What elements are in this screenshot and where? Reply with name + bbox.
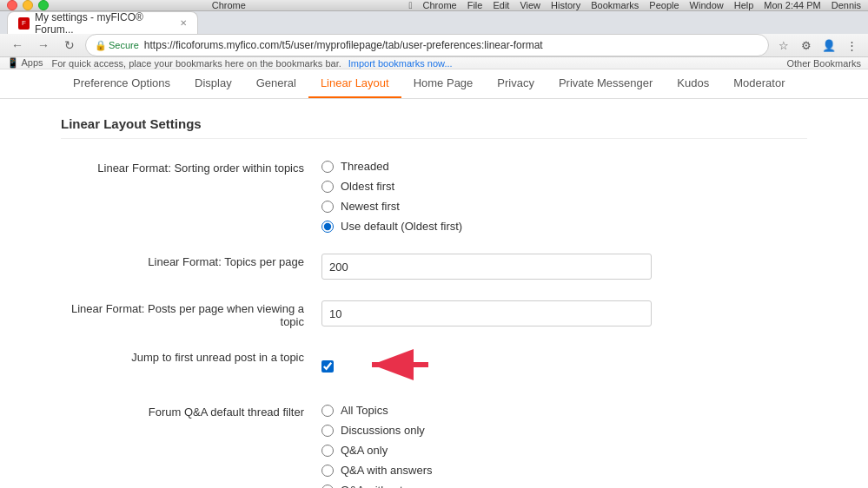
posts-per-page-row: Linear Format: Posts per page when viewi… — [61, 300, 807, 328]
page-wrapper: Chrome  Chrome File Edit View History B… — [0, 0, 868, 488]
radio-all-topics-label: All Topics — [341, 404, 388, 417]
topics-per-page-input[interactable] — [321, 254, 652, 280]
radio-qa-no-answers-label: Q&A without answers — [341, 484, 448, 488]
chrome-menu-item[interactable]: Chrome — [423, 0, 457, 10]
tab-close-button[interactable]: ✕ — [180, 18, 187, 28]
star-icon[interactable]: ☆ — [774, 36, 793, 55]
active-tab[interactable]: F My settings - myFICO® Forum... ✕ — [7, 11, 198, 34]
radio-all-topics[interactable]: All Topics — [321, 404, 807, 417]
radio-threaded[interactable]: Threaded — [321, 160, 807, 173]
tab-favicon: F — [18, 17, 30, 30]
close-window-button[interactable] — [7, 0, 17, 10]
address-bar[interactable]: 🔒 Secure https://ficoforums.myfico.com/t… — [85, 34, 769, 56]
tab-moderator[interactable]: Moderator — [721, 69, 797, 98]
red-arrow-svg — [354, 349, 433, 380]
maximize-window-button[interactable] — [38, 0, 49, 10]
jump-unread-label: Jump to first unread post in a topic — [61, 349, 304, 364]
radio-qa-only-label: Q&A only — [341, 444, 388, 457]
radio-qa-answers-label: Q&A with answers — [341, 464, 433, 477]
tab-preference-options[interactable]: Preference Options — [61, 69, 182, 98]
arrow-annotation — [354, 349, 433, 383]
file-menu-item[interactable]: File — [467, 0, 483, 10]
bookmarks-hint: For quick access, place your bookmarks h… — [52, 58, 341, 69]
radio-discussions-label: Discussions only — [341, 424, 425, 437]
history-menu-item[interactable]: History — [551, 0, 580, 10]
secure-label: Secure — [109, 40, 139, 50]
minimize-window-button[interactable] — [23, 0, 33, 10]
user-account-icon[interactable]: 👤 — [819, 36, 838, 55]
radio-newest-first[interactable]: Newest first — [321, 200, 807, 213]
menu-icon[interactable]: ⋮ — [842, 36, 861, 55]
radio-newest-input[interactable] — [321, 201, 334, 213]
forward-button[interactable]: → — [33, 35, 54, 56]
radio-discussions-only[interactable]: Discussions only — [321, 424, 807, 437]
radio-threaded-input[interactable] — [321, 161, 334, 173]
tab-kudos[interactable]: Kudos — [665, 69, 721, 98]
sorting-order-label: Linear Format: Sorting order within topi… — [61, 160, 304, 175]
radio-qa-only-input[interactable] — [321, 445, 334, 457]
radio-newest-label: Newest first — [341, 200, 400, 213]
bookmarks-menu-item[interactable]: Bookmarks — [591, 0, 639, 10]
tab-bar: F My settings - myFICO® Forum... ✕ — [0, 11, 868, 34]
section-title: Linear Layout Settings — [61, 116, 807, 139]
nav-tabs: Preference Options Display General Linea… — [0, 69, 868, 99]
posts-per-page-input[interactable] — [321, 300, 652, 326]
content-area: Linear Layout Settings Linear Format: So… — [0, 99, 868, 488]
bookmarks-bar: 📱 Apps For quick access, place your book… — [0, 57, 868, 69]
window-menu-item[interactable]: Window — [690, 0, 724, 10]
window-title: Chrome — [49, 0, 409, 10]
sorting-order-control: Threaded Oldest first Newest first Use d… — [321, 160, 807, 233]
topics-per-page-label: Linear Format: Topics per page — [61, 254, 304, 268]
tab-home-page[interactable]: Home Page — [401, 69, 486, 98]
tab-privacy[interactable]: Privacy — [485, 69, 547, 98]
url-text: https://ficoforums.myfico.com/t5/user/my… — [144, 39, 759, 51]
tab-display[interactable]: Display — [182, 69, 244, 98]
apps-label: 📱 Apps — [7, 57, 43, 69]
topics-per-page-row: Linear Format: Topics per page — [61, 254, 807, 280]
back-button[interactable]: ← — [7, 35, 28, 56]
radio-use-default[interactable]: Use default (Oldest first) — [321, 220, 807, 233]
help-menu-item[interactable]: Help — [734, 0, 754, 10]
radio-discussions-input[interactable] — [321, 425, 334, 437]
title-bar: Chrome  Chrome File Edit View History B… — [0, 0, 868, 11]
tab-private-messenger[interactable]: Private Messenger — [547, 69, 665, 98]
radio-qa-answers-input[interactable] — [321, 465, 334, 477]
posts-per-page-label: Linear Format: Posts per page when viewi… — [61, 300, 304, 328]
tab-title: My settings - myFICO® Forum... — [35, 11, 175, 36]
extensions-icon[interactable]: ⚙ — [797, 36, 816, 55]
forum-qa-row: Forum Q&A default thread filter All Topi… — [61, 404, 807, 488]
posts-per-page-control — [321, 300, 807, 326]
menu-bar:  Chrome File Edit View History Bookmark… — [409, 0, 861, 10]
chrome-toolbar: ← → ↻ 🔒 Secure https://ficoforums.myfico… — [0, 34, 868, 57]
toolbar-icons: ☆ ⚙ 👤 ⋮ — [774, 36, 861, 55]
topics-per-page-control — [321, 254, 807, 280]
tab-general[interactable]: General — [244, 69, 308, 98]
radio-default-input[interactable] — [321, 221, 334, 233]
radio-all-topics-input[interactable] — [321, 405, 334, 417]
radio-default-label: Use default (Oldest first) — [341, 220, 462, 233]
import-bookmarks-link[interactable]: Import bookmarks now... — [348, 58, 453, 69]
radio-oldest-label: Oldest first — [341, 180, 394, 193]
radio-oldest-input[interactable] — [321, 181, 334, 193]
edit-menu-item[interactable]: Edit — [493, 0, 509, 10]
radio-oldest-first[interactable]: Oldest first — [321, 180, 807, 193]
reload-button[interactable]: ↻ — [59, 35, 80, 56]
radio-qa-without-answers[interactable]: Q&A without answers — [321, 484, 807, 488]
forum-qa-label: Forum Q&A default thread filter — [61, 404, 304, 419]
radio-qa-no-answers-input[interactable] — [321, 485, 334, 489]
view-menu-item[interactable]: View — [520, 0, 540, 10]
jump-unread-checkbox[interactable] — [321, 360, 334, 373]
user-name: Dennis — [832, 0, 861, 10]
radio-qa-only[interactable]: Q&A only — [321, 444, 807, 457]
window-controls — [7, 0, 49, 10]
sorting-order-row: Linear Format: Sorting order within topi… — [61, 160, 807, 233]
radio-threaded-label: Threaded — [341, 160, 389, 173]
tab-linear-layout[interactable]: Linear Layout — [308, 69, 401, 98]
lock-icon: 🔒 — [95, 40, 107, 51]
jump-unread-control — [321, 349, 807, 383]
apple-menu[interactable]:  — [409, 0, 413, 10]
people-menu-item[interactable]: People — [649, 0, 679, 10]
forum-qa-control: All Topics Discussions only Q&A only Q&A… — [321, 404, 807, 488]
radio-qa-with-answers[interactable]: Q&A with answers — [321, 464, 807, 477]
other-bookmarks-link[interactable]: Other Bookmarks — [786, 58, 861, 69]
